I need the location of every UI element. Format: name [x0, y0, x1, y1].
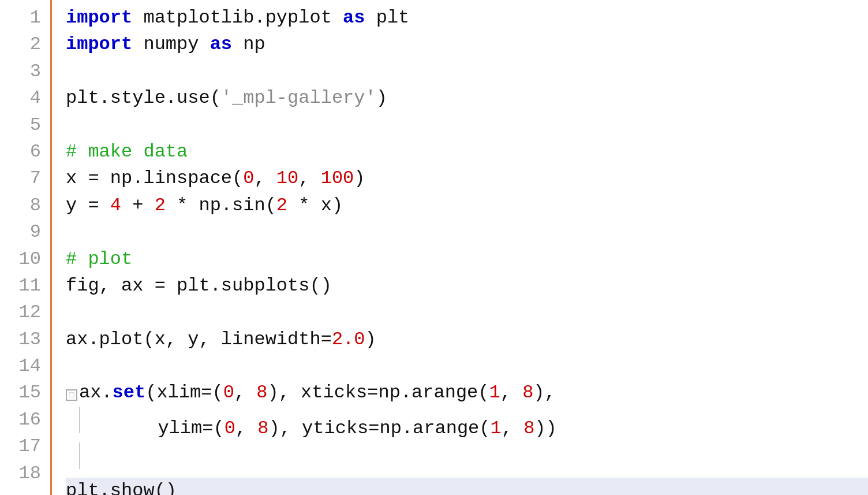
- number-token: 100: [321, 165, 354, 192]
- code-line-9: [66, 219, 868, 245]
- code-text: matplotlib.pyplot: [132, 5, 343, 31]
- code-text: plt.show(): [66, 478, 177, 495]
- code-text: )): [534, 415, 556, 442]
- line-num-8: 8: [5, 192, 41, 219]
- code-line-6: # make data: [66, 139, 868, 165]
- code-text: [80, 451, 91, 478]
- number-token: 1: [491, 415, 502, 442]
- code-line-8: y = 4 + 2 * np.sin(2 * x): [66, 192, 868, 219]
- line-num-16: 16: [5, 407, 41, 433]
- code-line-3: [66, 58, 868, 85]
- comment-plot: # plot: [66, 246, 132, 273]
- code-line-2: import numpy as np: [66, 31, 868, 58]
- code-line-17: [66, 442, 868, 478]
- line-num-17: 17: [5, 433, 41, 460]
- number-token: 8: [522, 379, 533, 406]
- number-token: 8: [256, 379, 267, 406]
- line-num-4: 4: [5, 85, 41, 111]
- line-num-1: 1: [5, 5, 41, 31]
- code-text: ), yticks=np.arange(: [268, 415, 490, 442]
- line-num-11: 11: [5, 273, 41, 299]
- keyword-import-2: import: [66, 31, 132, 58]
- code-text: ),: [533, 379, 555, 406]
- keyword-as-2: as: [210, 31, 232, 58]
- code-text: [66, 299, 77, 326]
- code-editor: 1 2 3 4 5 6 7 8 9 10 11 12 13 14 15 16 1…: [0, 0, 868, 495]
- code-line-16: ylim=(0, 8), yticks=np.arange(1, 8)): [66, 407, 868, 442]
- comment-make-data: # make data: [66, 139, 188, 165]
- keyword-import-1: import: [66, 5, 132, 31]
- code-text: ylim=(: [80, 415, 225, 442]
- keyword-as-1: as: [343, 5, 365, 31]
- code-text: ): [376, 85, 387, 111]
- number-token: 2.0: [332, 326, 365, 353]
- code-text: ,: [234, 379, 256, 406]
- code-text: plt.style.use(: [66, 85, 221, 111]
- code-line-1: import matplotlib.pyplot as plt: [66, 5, 868, 31]
- code-text: [66, 353, 77, 379]
- code-line-4: plt.style.use('_mpl-gallery'): [66, 85, 868, 111]
- code-line-13: ax.plot(x, y, linewidth=2.0): [66, 326, 868, 353]
- code-text: ), xticks=np.arange(: [267, 379, 489, 406]
- line-num-18: 18: [5, 460, 41, 487]
- fold-indicator[interactable]: □: [66, 389, 77, 401]
- line-num-12: 12: [5, 299, 41, 326]
- number-token: 2: [276, 192, 287, 219]
- number-token: 1: [489, 379, 500, 406]
- code-text: [66, 58, 77, 85]
- code-content[interactable]: import matplotlib.pyplot as plt import n…: [52, 0, 868, 495]
- code-text: ,: [298, 165, 320, 192]
- code-text: ax.: [79, 379, 113, 406]
- keyword-set: set: [113, 379, 146, 406]
- string-token: '_mpl-gallery': [221, 85, 376, 111]
- code-text: ,: [254, 165, 276, 192]
- code-text: plt: [365, 5, 409, 31]
- line-num-15: 15: [5, 379, 41, 406]
- line-num-6: 6: [5, 139, 41, 165]
- number-token: 4: [110, 192, 121, 219]
- number-token: 0: [223, 379, 234, 406]
- line-num-3: 3: [5, 58, 41, 85]
- line-num-13: 13: [5, 326, 41, 353]
- code-line-14: [66, 353, 868, 379]
- code-text: ,: [500, 379, 522, 406]
- line-number-gutter: 1 2 3 4 5 6 7 8 9 10 11 12 13 14 15 16 1…: [0, 0, 52, 495]
- number-token: 8: [257, 415, 268, 442]
- code-text: +: [121, 192, 155, 219]
- number-token: 0: [225, 415, 235, 442]
- number-token: 2: [155, 192, 166, 219]
- code-line-5: [66, 112, 868, 139]
- line-num-2: 2: [5, 31, 41, 58]
- code-text: ): [365, 326, 376, 353]
- code-line-18: plt.show(): [66, 478, 868, 495]
- code-text: ,: [502, 415, 523, 442]
- number-token: 10: [276, 165, 298, 192]
- code-text: fig, ax = plt.subplots(): [66, 273, 332, 299]
- code-text: y =: [66, 192, 110, 219]
- line-num-7: 7: [5, 165, 41, 192]
- line-num-9: 9: [5, 219, 41, 245]
- code-line-11: fig, ax = plt.subplots(): [66, 273, 868, 299]
- number-token: 0: [243, 165, 254, 192]
- code-line-12: [66, 299, 868, 326]
- code-text: ax.plot(x, y, linewidth=: [66, 326, 332, 353]
- code-text: ,: [235, 415, 257, 442]
- code-text: [66, 219, 77, 245]
- code-text: ): [354, 165, 365, 192]
- line-num-5: 5: [5, 112, 41, 139]
- code-text: * x): [287, 192, 343, 219]
- line-num-14: 14: [5, 353, 41, 379]
- code-text: * np.sin(: [166, 192, 276, 219]
- code-text: numpy: [132, 31, 209, 58]
- number-token: 8: [523, 415, 534, 442]
- code-line-10: # plot: [66, 246, 868, 273]
- code-text: (xlim=(: [145, 379, 223, 406]
- code-line-7: x = np.linspace(0, 10, 100): [66, 165, 868, 192]
- line-num-10: 10: [5, 246, 41, 273]
- code-text: x = np.linspace(: [66, 165, 243, 192]
- code-text: np: [232, 31, 265, 58]
- code-text: [66, 112, 77, 139]
- code-line-15: □ax.set(xlim=(0, 8), xticks=np.arange(1,…: [66, 379, 868, 406]
